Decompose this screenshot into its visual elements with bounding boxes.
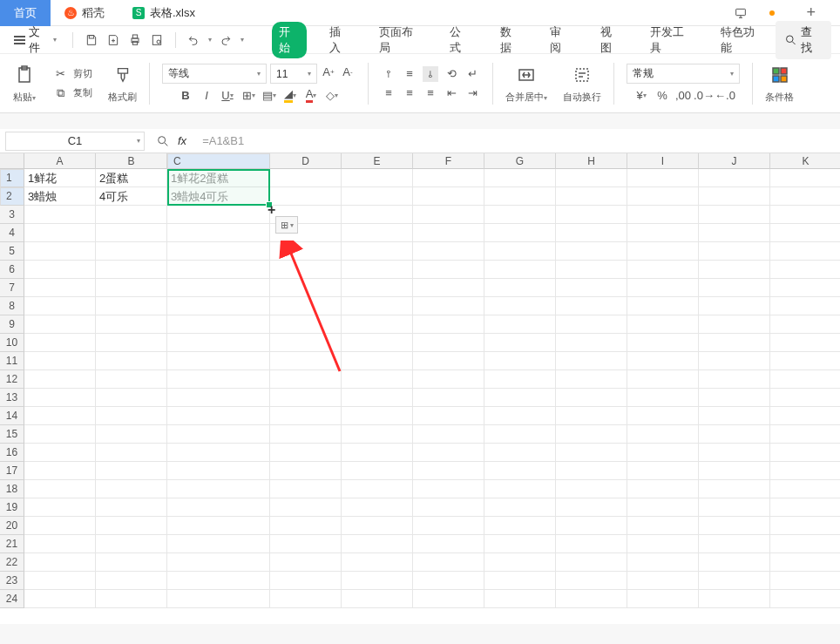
- formula-input[interactable]: =A1&B1: [197, 134, 840, 147]
- cell-E18[interactable]: [342, 480, 413, 498]
- wrap-label[interactable]: 自动换行: [563, 91, 601, 104]
- cell-D13[interactable]: [270, 389, 342, 407]
- cell-A11[interactable]: [24, 352, 96, 370]
- row-header-24[interactable]: 24: [0, 590, 24, 608]
- notification-dot-icon[interactable]: [769, 10, 775, 16]
- cell-H15[interactable]: [556, 425, 627, 444]
- cell-E7[interactable]: [342, 279, 413, 297]
- cell-K23[interactable]: [770, 572, 840, 590]
- cell-A20[interactable]: [24, 517, 96, 535]
- row-header-17[interactable]: 17: [0, 462, 24, 480]
- cell-D12[interactable]: [270, 370, 342, 389]
- ribbon-tab-formula[interactable]: 公式: [443, 22, 478, 58]
- cell-I23[interactable]: [627, 572, 699, 590]
- ribbon-tab-layout[interactable]: 页面布局: [372, 22, 427, 58]
- cell-E1[interactable]: [342, 169, 413, 187]
- cell-J22[interactable]: [699, 553, 770, 572]
- cell-J4[interactable]: [699, 224, 770, 242]
- cell-C12[interactable]: [167, 370, 270, 389]
- row-header-15[interactable]: 15: [0, 425, 24, 444]
- cell-C14[interactable]: [167, 407, 270, 425]
- cell-A1[interactable]: 1鲜花: [24, 169, 96, 187]
- italic-button[interactable]: I: [199, 87, 214, 103]
- cell-H8[interactable]: [556, 297, 627, 315]
- file-menu-button[interactable]: 文件 ▾: [9, 24, 62, 56]
- cell-D1[interactable]: [270, 169, 342, 187]
- cell-F7[interactable]: [413, 279, 484, 297]
- row-header-23[interactable]: 23: [0, 572, 24, 590]
- row-header-7[interactable]: 7: [0, 279, 24, 297]
- cell-C18[interactable]: [167, 480, 270, 498]
- cell-J10[interactable]: [699, 334, 770, 352]
- cell-H13[interactable]: [556, 389, 627, 407]
- cell-E4[interactable]: [342, 224, 413, 242]
- cell-D19[interactable]: [270, 498, 342, 517]
- cell-F12[interactable]: [413, 370, 484, 389]
- cell-K1[interactable]: [770, 169, 840, 187]
- cell-C10[interactable]: [167, 334, 270, 352]
- cell-J17[interactable]: [699, 462, 770, 480]
- paintbrush-icon[interactable]: [111, 63, 135, 87]
- cell-D15[interactable]: [270, 425, 342, 444]
- cell-K8[interactable]: [770, 297, 840, 315]
- cell-E17[interactable]: [342, 462, 413, 480]
- cell-E15[interactable]: [342, 425, 413, 444]
- cell-A14[interactable]: [24, 407, 96, 425]
- cell-B16[interactable]: [96, 444, 167, 462]
- row-header-18[interactable]: 18: [0, 480, 24, 498]
- borders-button[interactable]: ⊞▾: [240, 87, 256, 103]
- cell-J14[interactable]: [699, 407, 770, 425]
- cell-E12[interactable]: [342, 370, 413, 389]
- cell-I13[interactable]: [627, 389, 699, 407]
- screen-icon[interactable]: [733, 5, 749, 21]
- orientation-icon[interactable]: ⟲: [444, 66, 459, 82]
- cell-A5[interactable]: [24, 242, 96, 261]
- cell-H17[interactable]: [556, 462, 627, 480]
- cell-D14[interactable]: [270, 407, 342, 425]
- cell-K24[interactable]: [770, 590, 840, 608]
- cell-C15[interactable]: [167, 425, 270, 444]
- cell-J11[interactable]: [699, 352, 770, 370]
- cell-C9[interactable]: [167, 315, 270, 334]
- cell-B6[interactable]: [96, 261, 167, 279]
- cell-K7[interactable]: [770, 279, 840, 297]
- cell-A17[interactable]: [24, 462, 96, 480]
- cell-A9[interactable]: [24, 315, 96, 334]
- cell-B5[interactable]: [96, 242, 167, 261]
- cell-K3[interactable]: [770, 206, 840, 224]
- cell-I5[interactable]: [627, 242, 699, 261]
- conditional-format-icon[interactable]: [768, 63, 792, 87]
- cell-K19[interactable]: [770, 498, 840, 517]
- cell-K22[interactable]: [770, 553, 840, 572]
- cell-C22[interactable]: [167, 553, 270, 572]
- cell-G14[interactable]: [484, 407, 556, 425]
- cell-I19[interactable]: [627, 498, 699, 517]
- cell-B17[interactable]: [96, 462, 167, 480]
- cell-C5[interactable]: [167, 242, 270, 261]
- cell-E9[interactable]: [342, 315, 413, 334]
- cell-G2[interactable]: [484, 187, 556, 206]
- cell-I14[interactable]: [627, 407, 699, 425]
- search-button[interactable]: 查找: [776, 21, 831, 59]
- row-header-12[interactable]: 12: [0, 370, 24, 389]
- cell-I15[interactable]: [627, 425, 699, 444]
- merge-label[interactable]: 合并居中▾: [505, 91, 547, 104]
- indent-decrease-icon[interactable]: ⇤: [444, 85, 459, 101]
- undo-icon[interactable]: [186, 32, 201, 48]
- underline-button[interactable]: U▾: [220, 87, 235, 103]
- cell-G22[interactable]: [484, 553, 556, 572]
- percent-icon[interactable]: %: [654, 87, 670, 103]
- cell-A15[interactable]: [24, 425, 96, 444]
- cell-D8[interactable]: [270, 297, 342, 315]
- cell-E11[interactable]: [342, 352, 413, 370]
- spreadsheet-grid[interactable]: ABCDEFGHIJK 1234567891011121314151617181…: [0, 153, 840, 624]
- chevron-down-icon[interactable]: ▾: [240, 36, 244, 44]
- cell-H20[interactable]: [556, 517, 627, 535]
- cell-K14[interactable]: [770, 407, 840, 425]
- wrap-text-icon[interactable]: ↵: [464, 66, 480, 82]
- ribbon-tab-view[interactable]: 视图: [593, 22, 628, 58]
- col-header-F[interactable]: F: [413, 153, 484, 169]
- cell-D16[interactable]: [270, 444, 342, 462]
- cell-D11[interactable]: [270, 352, 342, 370]
- zoom-icon[interactable]: [155, 133, 171, 149]
